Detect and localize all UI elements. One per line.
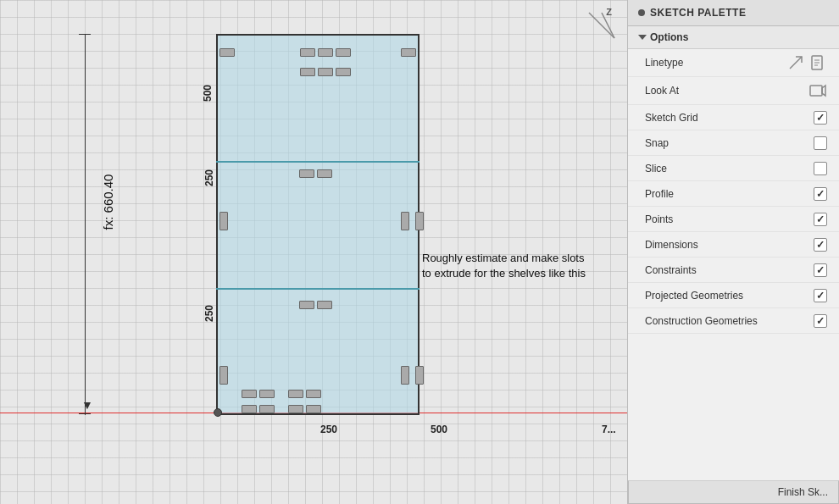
fx-label: fx: 660.40 — [101, 174, 115, 230]
points-row: Points — [628, 207, 839, 232]
slot-group-right-bot — [401, 366, 409, 385]
points-checkbox[interactable] — [814, 213, 827, 226]
slot-piece-tall — [415, 366, 424, 385]
construction-geometries-row: Construction Geometries — [628, 308, 839, 334]
constraints-row: Constraints — [628, 258, 839, 283]
slot-piece-tall — [415, 212, 424, 230]
projected-geometries-row: Projected Geometries — [628, 283, 839, 308]
options-section-header[interactable]: Options — [628, 26, 839, 49]
arrow-down: ▼ — [81, 398, 93, 412]
finish-sketch-button[interactable]: Finish Sk... — [628, 480, 839, 504]
points-control[interactable] — [814, 213, 827, 226]
look-at-label: Look At — [645, 85, 679, 97]
construction-geometries-control[interactable] — [814, 314, 827, 328]
slot-piece-tall — [401, 212, 409, 230]
slot-piece — [336, 48, 351, 57]
slot-piece — [317, 169, 332, 178]
slot-group-right-bot2 — [415, 366, 424, 385]
slot-piece — [336, 68, 351, 76]
slot-piece — [288, 405, 303, 413]
linetype-normal-icon[interactable] — [786, 53, 805, 72]
sketch-grid-control[interactable] — [814, 111, 827, 125]
panel-rows: Sketch GridSnapSliceProfilePointsDimensi… — [628, 105, 839, 334]
collapse-triangle-icon — [638, 35, 647, 40]
projected-geometries-label: Projected Geometries — [645, 290, 743, 302]
sketch-grid-label: Sketch Grid — [645, 112, 698, 124]
slot-group-very-bot-left — [242, 390, 275, 398]
slot-piece — [318, 48, 333, 57]
slot-piece — [288, 390, 303, 398]
projected-geometries-control[interactable] — [814, 289, 827, 302]
slot-piece — [317, 301, 332, 309]
slot-piece — [242, 390, 257, 398]
svg-rect-7 — [810, 86, 822, 96]
slot-group-left-bot — [219, 366, 228, 385]
look-at-camera-icon[interactable] — [808, 81, 827, 100]
slot-group-left-top — [219, 48, 235, 57]
snap-label: Snap — [645, 137, 669, 149]
callout-text: Roughly estimate and make slots to extru… — [415, 246, 593, 286]
slice-row: Slice — [628, 156, 839, 181]
projected-geometries-checkbox[interactable] — [814, 289, 827, 302]
dim-tick-bottom — [79, 413, 91, 414]
dim-250-v1-label: 250 — [203, 169, 215, 186]
profile-checkbox[interactable] — [814, 187, 827, 201]
linetype-label: Linetype — [645, 57, 683, 69]
slice-checkbox[interactable] — [814, 162, 827, 175]
dimensions-row: Dimensions — [628, 232, 839, 258]
sketch-grid-row: Sketch Grid — [628, 105, 839, 130]
slot-group-top-mid — [300, 48, 351, 57]
slice-label: Slice — [645, 163, 667, 174]
dim-700-h-label: 7... — [602, 424, 616, 435]
dim-500-label: 500 — [202, 85, 214, 102]
snap-row: Snap — [628, 130, 839, 156]
slot-group-very-bot-left2 — [242, 405, 275, 413]
options-section-title: Options — [650, 31, 688, 43]
constraints-checkbox[interactable] — [814, 263, 827, 277]
slice-control[interactable] — [814, 162, 827, 175]
dim-250-h-label: 250 — [320, 424, 337, 435]
slot-piece — [300, 68, 315, 76]
panel-content: Options Linetype — [628, 26, 839, 504]
snap-checkbox[interactable] — [814, 136, 827, 150]
slot-piece — [299, 169, 314, 178]
svg-line-2 — [790, 57, 802, 69]
slot-piece-tall — [401, 366, 409, 385]
snap-control[interactable] — [814, 136, 827, 150]
dimensions-checkbox[interactable] — [814, 238, 827, 252]
slot-group-top-mid2 — [300, 68, 351, 76]
linetype-controls[interactable] — [786, 53, 827, 72]
profile-control[interactable] — [814, 187, 827, 201]
dim-500-h-label: 500 — [431, 424, 447, 435]
slot-group-right-mid — [401, 212, 409, 230]
canvas-area: ▼ fx: 660.40 500 250 250 250 500 7... — [0, 0, 627, 504]
linetype-row: Linetype — [628, 49, 839, 77]
panel-header: SKETCH PALETTE — [628, 0, 839, 26]
corner-marker — [585, 8, 619, 44]
slot-group-left-mid — [219, 212, 228, 230]
linetype-construction-icon[interactable] — [808, 53, 827, 72]
slot-piece — [219, 48, 235, 57]
constraints-label: Constraints — [645, 264, 697, 276]
origin-dot — [214, 408, 222, 417]
sketch-grid-checkbox[interactable] — [814, 111, 827, 125]
look-at-controls[interactable] — [808, 81, 827, 100]
dimensions-control[interactable] — [814, 238, 827, 252]
slot-piece — [318, 68, 333, 76]
dim-line-vertical-left — [85, 34, 86, 415]
dimensions-label: Dimensions — [645, 239, 698, 251]
sketch-palette-panel: SKETCH PALETTE Options Linetype — [627, 0, 839, 504]
z-axis-label: Z — [606, 7, 612, 17]
slot-piece — [259, 405, 275, 413]
profile-label: Profile — [645, 188, 674, 200]
slot-group-right-mid2 — [415, 212, 424, 230]
dim-250-v2-label: 250 — [203, 305, 215, 322]
slot-group-very-bot-mid — [288, 390, 321, 398]
points-label: Points — [645, 213, 673, 225]
construction-geometries-checkbox[interactable] — [814, 314, 827, 328]
svg-marker-8 — [822, 86, 825, 96]
constraints-control[interactable] — [814, 263, 827, 277]
slot-group-mid-top — [299, 169, 332, 178]
look-at-row: Look At — [628, 77, 839, 105]
slot-piece — [299, 301, 314, 309]
